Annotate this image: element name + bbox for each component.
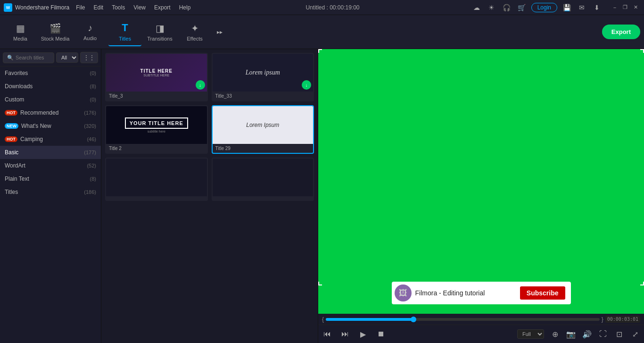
titlebar-left: W Wondershare Filmora FileEditToolsViewE…: [4, 3, 194, 12]
toolbar-audio[interactable]: ♪ Audio: [74, 18, 107, 46]
grid-toggle-button[interactable]: ⋮⋮: [80, 52, 98, 63]
thumb-text-title29: Lorem Ipsum: [246, 122, 279, 128]
thumbnail-title29[interactable]: Lorem Ipsum Title 29: [212, 105, 314, 154]
email-icon[interactable]: ✉: [576, 2, 587, 13]
thumb-label-title3: Title_3: [106, 92, 207, 100]
thumb-text-title3: TITLE HERE SUBTITLE HERE: [140, 68, 173, 77]
sidebar-item-camping[interactable]: HOT Camping (46): [0, 133, 101, 146]
brace-right-icon[interactable]: }: [602, 316, 603, 323]
brace-left-icon[interactable]: {: [322, 316, 324, 323]
menu-item-help[interactable]: Help: [175, 3, 195, 12]
thumbnail-title33[interactable]: Lorem ipsum ↓ Title_33: [212, 53, 314, 101]
thumbnail-title3[interactable]: TITLE HERE SUBTITLE HERE ↓ Title_3: [105, 53, 208, 101]
toolbar-titles[interactable]: T Titles: [108, 18, 141, 46]
thumbnail-grid: TITLE HERE SUBTITLE HERE ↓ Title_3 Lorem…: [101, 49, 318, 205]
menu-item-tools[interactable]: Tools: [108, 3, 129, 12]
cart-icon[interactable]: 🛒: [516, 2, 528, 13]
toolbar-media[interactable]: ▦ Media: [4, 18, 37, 46]
sidebar-item-favorites[interactable]: Favorites (0): [0, 67, 101, 80]
sidebar-item-left-favorites: Favorites: [5, 70, 28, 76]
menu-item-file[interactable]: File: [72, 3, 89, 12]
handle-tr[interactable]: [640, 49, 644, 53]
window-controls: − ❐ ✕: [610, 3, 640, 12]
thumb-preview-extra2: [213, 159, 314, 196]
save-icon[interactable]: 💾: [561, 2, 572, 13]
pip-button[interactable]: ⊡: [612, 327, 626, 341]
sidebar-label-wordart: WordArt: [5, 162, 25, 169]
menu-item-export[interactable]: Export: [150, 3, 174, 12]
sidebar-count-basic: (177): [84, 150, 96, 155]
preview-canvas: 🖼 Filmora - Editing tutorial Subscribe: [318, 49, 644, 314]
toolbar-stock-media[interactable]: 🎬 Stock Media: [39, 18, 72, 46]
sidebar-item-left-downloads: Downloads: [5, 83, 33, 90]
add-to-timeline-button[interactable]: ⊕: [548, 327, 562, 341]
more-tools-button[interactable]: ▸▸: [213, 18, 226, 46]
sidebar-item-left-camping: HOT Camping: [5, 136, 43, 142]
skip-back-button[interactable]: ⏮: [320, 327, 334, 341]
subscribe-button[interactable]: Subscribe: [520, 286, 565, 300]
stop-button[interactable]: ⏹: [374, 327, 388, 341]
badge-whats-new: NEW: [5, 123, 18, 129]
handle-tl[interactable]: [318, 49, 322, 53]
volume-button[interactable]: 🔊: [580, 327, 594, 341]
thumbnail-extra2[interactable]: [212, 158, 314, 201]
thumb-label-extra2: [213, 196, 314, 200]
toolbar-effects[interactable]: ✦ Effects: [178, 18, 211, 46]
play-button[interactable]: ▶: [356, 327, 370, 341]
sidebar-item-titles[interactable]: Titles (186): [0, 185, 101, 199]
sidebar-item-left-whats-new: NEW What's New: [5, 123, 51, 129]
sidebar-label-favorites: Favorites: [5, 70, 28, 76]
minimize-button[interactable]: −: [610, 3, 619, 12]
titlebar-right: ☁ ☀ 🎧 🛒 Login 💾 ✉ ⬇ − ❐ ✕: [471, 2, 640, 13]
sidebar-item-downloads[interactable]: Downloads (8): [0, 80, 101, 93]
thumbnail-extra1[interactable]: [105, 158, 208, 201]
sun-icon[interactable]: ☀: [486, 2, 497, 13]
filter-dropdown[interactable]: All: [56, 52, 78, 63]
menu-bar: FileEditToolsViewExportHelp: [72, 3, 194, 12]
headset-icon[interactable]: 🎧: [501, 2, 512, 13]
sidebar-count-recommended: (176): [84, 110, 96, 116]
sidebar-item-whats-new[interactable]: NEW What's New (320): [0, 119, 101, 133]
preview-timeline-bar: { } 00:00:03:01: [318, 314, 644, 325]
thumbnails-panel: TITLE HERE SUBTITLE HERE ↓ Title_3 Lorem…: [101, 49, 318, 343]
thumb-preview-title33: Lorem ipsum ↓: [213, 54, 314, 92]
sidebar-item-recommended[interactable]: HOT Recommended (176): [0, 106, 101, 119]
download-badge-title33: ↓: [302, 80, 311, 90]
sidebar-item-plaintext[interactable]: Plain Text (8): [0, 172, 101, 185]
thumbnail-title2[interactable]: YOUR TITLE HERE subtitle here Title 2: [105, 105, 208, 154]
media-icon: ▦: [16, 23, 25, 34]
step-back-button[interactable]: ⏭: [338, 327, 352, 341]
thumb-label-title2: Title 2: [106, 144, 207, 153]
handle-br[interactable]: [640, 282, 644, 285]
expand-button[interactable]: ⤢: [628, 327, 642, 341]
subscribe-overlay: 🖼 Filmora - Editing tutorial Subscribe: [392, 282, 571, 304]
zoom-dropdown[interactable]: Full 50% 75%: [517, 329, 544, 339]
audio-icon: ♪: [88, 23, 92, 33]
sidebar-item-wordart[interactable]: WordArt (52): [0, 159, 101, 172]
sidebar-item-custom[interactable]: Custom (0): [0, 93, 101, 106]
sidebar-label-plaintext: Plain Text: [5, 176, 29, 182]
sidebar-count-camping: (46): [87, 136, 96, 142]
thumb-text-title2: YOUR TITLE HERE subtitle here: [125, 117, 188, 133]
effects-icon: ✦: [191, 23, 199, 34]
cloud-icon[interactable]: ☁: [471, 2, 482, 13]
toolbar-transitions[interactable]: ◨ Transitions: [143, 18, 176, 46]
progress-handle[interactable]: [411, 317, 416, 322]
restore-button[interactable]: ❐: [620, 3, 630, 12]
fullscreen-button[interactable]: ⛶: [596, 327, 610, 341]
close-button[interactable]: ✕: [631, 3, 640, 12]
menu-item-edit[interactable]: Edit: [90, 3, 107, 12]
login-button[interactable]: Login: [531, 3, 557, 12]
titles-icon: T: [122, 22, 128, 34]
sidebar-item-basic[interactable]: Basic (177): [0, 146, 101, 159]
search-input[interactable]: [16, 55, 50, 60]
progress-bar-bg[interactable]: [326, 318, 600, 321]
snapshot-button[interactable]: 📷: [564, 327, 578, 341]
download-icon[interactable]: ⬇: [591, 2, 603, 13]
current-timecode: 00:00:03:01: [605, 316, 640, 323]
export-button[interactable]: Export: [602, 25, 640, 39]
sidebar-item-left-wordart: WordArt: [5, 162, 25, 169]
handle-bl[interactable]: [318, 282, 322, 285]
menu-item-view[interactable]: View: [130, 3, 149, 12]
transitions-icon: ◨: [156, 23, 165, 34]
